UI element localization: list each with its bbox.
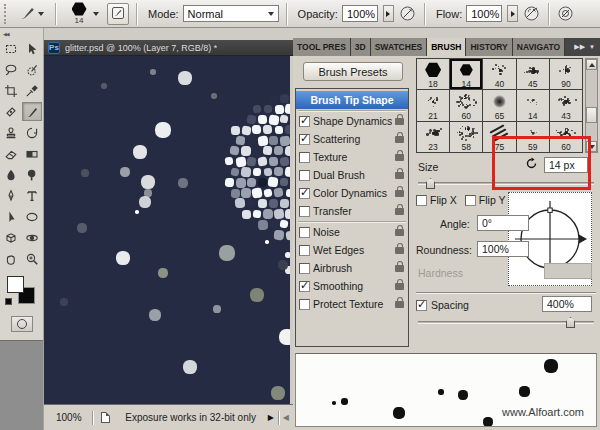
scroll-up-icon[interactable] xyxy=(586,59,597,70)
quick-mask-button[interactable] xyxy=(11,316,33,332)
pen-tool[interactable] xyxy=(1,186,21,205)
quick-selection-tool[interactable] xyxy=(22,60,42,79)
brush-option-shape-dynamics[interactable]: Shape Dynamics xyxy=(296,112,408,130)
tab-navigato[interactable]: NAVIGATO xyxy=(513,38,565,56)
brush-tip-65[interactable]: 65 xyxy=(483,90,515,120)
rectangular-marquee-tool[interactable] xyxy=(1,39,21,58)
tablet-pressure-size-icon[interactable] xyxy=(556,4,575,23)
3d-object-rotate-tool[interactable] xyxy=(1,228,21,247)
brush-tip-58[interactable]: 58 xyxy=(450,122,482,152)
brush-tip-45[interactable]: 45 xyxy=(517,59,549,89)
option-checkbox[interactable] xyxy=(299,134,310,145)
brush-option-color-dynamics[interactable]: Color Dynamics xyxy=(296,184,408,202)
option-checkbox[interactable] xyxy=(299,299,310,310)
lock-icon[interactable] xyxy=(395,190,404,197)
option-checkbox[interactable] xyxy=(299,152,310,163)
brush-option-texture[interactable]: Texture xyxy=(296,148,408,166)
brush-option-wet-edges[interactable]: Wet Edges xyxy=(296,241,408,259)
brush-tip-60[interactable]: 60 xyxy=(450,90,482,120)
spacing-slider[interactable] xyxy=(418,321,594,324)
palette-collapse-icon[interactable]: ◀◀ xyxy=(0,28,43,39)
flow-input[interactable]: 100% xyxy=(466,5,502,22)
document-titlebar[interactable]: Ps glitter.psd @ 100% (Layer 7, RGB/8) * xyxy=(44,40,293,56)
option-checkbox[interactable] xyxy=(299,170,310,181)
brush-option-smoothing[interactable]: Smoothing xyxy=(296,277,408,295)
tablet-pressure-opacity-icon[interactable] xyxy=(398,4,417,23)
angle-input[interactable]: 0° xyxy=(477,215,529,231)
hand-tool[interactable] xyxy=(1,249,21,268)
move-tool[interactable] xyxy=(22,39,42,58)
brush-tip-40[interactable]: 40 xyxy=(483,59,515,89)
brush-option-transfer[interactable]: Transfer xyxy=(296,202,408,220)
spacing-slider-thumb[interactable] xyxy=(566,317,575,328)
brush-option-scattering[interactable]: Scattering xyxy=(296,130,408,148)
option-checkbox[interactable] xyxy=(299,116,310,127)
status-next-icon[interactable]: ▶ xyxy=(264,413,278,422)
brush-option-dual-brush[interactable]: Dual Brush xyxy=(296,166,408,184)
airbrush-icon[interactable] xyxy=(522,4,541,23)
brush-tip-18[interactable]: 18 xyxy=(417,59,449,89)
current-tool-button[interactable] xyxy=(14,1,48,27)
brush-tip-23[interactable]: 23 xyxy=(417,122,449,152)
flow-slider-button[interactable] xyxy=(507,5,518,22)
brush-presets-button[interactable]: Brush Presets xyxy=(303,62,403,81)
roundness-input[interactable]: 100% xyxy=(477,241,529,257)
more-panels-icon[interactable]: ▶▶ xyxy=(574,43,585,51)
flip-x-box[interactable] xyxy=(416,195,427,206)
size-slider-thumb[interactable] xyxy=(426,178,435,189)
lasso-tool[interactable] xyxy=(1,60,21,79)
lock-icon[interactable] xyxy=(395,154,404,161)
lock-icon[interactable] xyxy=(395,136,404,143)
dodge-tool[interactable] xyxy=(22,165,42,184)
brush-option-brush-tip-shape[interactable]: Brush Tip Shape xyxy=(296,91,408,109)
path-selection-tool[interactable] xyxy=(1,207,21,226)
flip-y-checkbox[interactable]: Flip Y xyxy=(465,194,506,206)
scrollbar-thumb[interactable] xyxy=(586,107,597,123)
crop-tool[interactable] xyxy=(1,81,21,100)
brush-option-protect-texture[interactable]: Protect Texture xyxy=(296,295,408,313)
option-checkbox[interactable] xyxy=(299,206,310,217)
brush-option-airbrush[interactable]: Airbrush xyxy=(296,259,408,277)
brush-tip-90[interactable]: 90 xyxy=(550,59,582,89)
horizontal-type-tool[interactable] xyxy=(22,186,42,205)
flip-x-checkbox[interactable]: Flip X xyxy=(416,194,457,206)
zoom-tool[interactable] xyxy=(22,249,42,268)
history-brush-tool[interactable] xyxy=(22,123,42,142)
option-checkbox[interactable] xyxy=(299,245,310,256)
option-checkbox[interactable] xyxy=(299,281,310,292)
option-checkbox[interactable] xyxy=(299,188,310,199)
opacity-slider-button[interactable] xyxy=(383,5,394,22)
tab-swatches[interactable]: SWATCHES xyxy=(371,38,428,56)
flip-y-box[interactable] xyxy=(465,195,476,206)
panel-menu-icon[interactable]: ▼ xyxy=(589,44,595,50)
zoom-level[interactable]: 100% xyxy=(44,412,92,423)
option-checkbox[interactable] xyxy=(299,227,310,238)
toggle-brush-panel-button[interactable] xyxy=(107,3,129,25)
brush-tip-14[interactable]: 14 xyxy=(450,59,482,89)
lock-icon[interactable] xyxy=(395,229,404,236)
blur-tool[interactable] xyxy=(1,165,21,184)
lock-icon[interactable] xyxy=(395,208,404,215)
tab-brush[interactable]: BRUSH xyxy=(427,38,466,56)
clone-stamp-tool[interactable] xyxy=(1,123,21,142)
spacing-checkbox[interactable] xyxy=(416,300,427,311)
brush-tip-21[interactable]: 21 xyxy=(417,90,449,120)
tab-history[interactable]: HISTORY xyxy=(466,38,512,56)
lock-icon[interactable] xyxy=(395,172,404,179)
spot-healing-brush-tool[interactable] xyxy=(1,102,21,121)
default-colors-icon[interactable] xyxy=(5,298,12,305)
brush-tip-43[interactable]: 43 xyxy=(550,90,582,120)
lock-icon[interactable] xyxy=(395,265,404,272)
gradient-tool[interactable] xyxy=(22,144,42,163)
document-canvas[interactable] xyxy=(44,56,290,404)
foreground-color-swatch[interactable] xyxy=(7,276,24,293)
options-bar-grip[interactable] xyxy=(4,4,8,24)
brush-tip-14[interactable]: 14 xyxy=(517,90,549,120)
status-prev-icon[interactable]: ◀ xyxy=(279,413,293,422)
opacity-input[interactable]: 100% xyxy=(342,5,378,22)
brush-tool[interactable] xyxy=(22,102,42,121)
spacing-input[interactable]: 400% xyxy=(542,296,592,312)
option-checkbox[interactable] xyxy=(299,263,310,274)
eyedropper-tool[interactable] xyxy=(22,81,42,100)
lock-icon[interactable] xyxy=(395,301,404,308)
